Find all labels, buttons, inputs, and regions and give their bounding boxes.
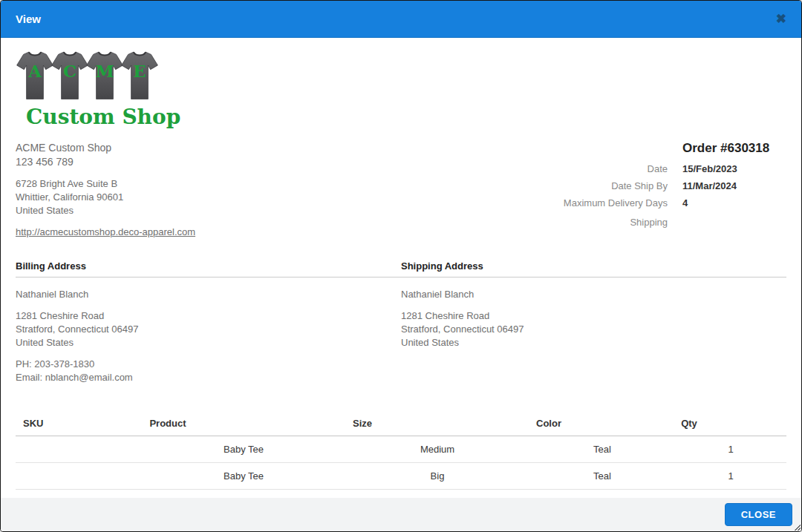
billing-phone: PH: 203-378-1830 [16,358,401,371]
dialog-body: A C M E Custom Shop [1,47,801,516]
address-line: United States [16,336,401,349]
column-header-color: Color [479,418,619,429]
view-dialog: View ✖ A C M [0,0,802,532]
billing-address: 1281 Cheshire Road Stratford, Connecticu… [16,309,401,349]
dialog-footer: CLOSE [1,498,801,531]
merchant-info: ACME Custom Shop 123 456 789 6728 Bright… [16,141,195,238]
close-icon[interactable]: ✖ [776,13,786,25]
shipping-name: Nathaniel Blanch [401,288,786,301]
cell-product: Baby Tee [116,444,371,455]
table-row: Baby Tee Big Teal 1 [16,463,786,490]
address-line: 1281 Cheshire Road [401,309,786,323]
order-field-label: Date [564,163,668,174]
column-header-qty: Qty [619,418,760,429]
shipping-address-heading: Shipping Address [401,260,786,272]
column-header-size: Size [246,418,479,429]
order-field-value: 11/Mar/2024 [682,180,786,191]
shipping-address-block: Nathaniel Blanch 1281 Cheshire Road Stra… [401,288,786,393]
merchant-address: 6728 Bright Ave Suite B Whittier, Califo… [16,177,195,217]
order-field-label: Date Ship By [564,180,668,191]
close-button[interactable]: CLOSE [725,503,792,526]
order-field-label: Shipping [564,217,668,228]
logo-letter: C [63,62,76,81]
cell-qty: 1 [701,470,760,482]
logo-letter: M [95,62,114,81]
cell-product: Baby Tee [116,470,371,482]
order-field-value: 4 [682,197,786,208]
order-summary: Order #630318 Date 15/Feb/2023 Date Ship… [564,141,786,238]
address-line: Whittier, California 90601 [16,191,195,204]
merchant-logo: A C M E Custom Shop [16,47,164,129]
column-header-product: Product [90,418,246,429]
resize-grip-icon[interactable] [794,524,801,531]
address-line: Stratford, Connecticut 06497 [401,323,786,336]
dialog-header: View ✖ [1,1,801,38]
merchant-phone: 123 456 789 [16,155,195,169]
address-section-header: Billing Address Shipping Address [16,260,786,278]
order-number-title: Order #630318 [682,141,786,156]
shipping-address: 1281 Cheshire Road Stratford, Connecticu… [401,309,786,349]
cell-size: Big [371,470,503,482]
merchant-name: ACME Custom Shop [16,141,195,155]
cell-color: Teal [503,470,701,482]
tshirt-icon: C [50,47,89,103]
merchant-website-link[interactable]: http://acmecustomshop.deco-apparel.com [16,226,195,237]
logo-caption: Custom Shop [26,105,164,129]
address-line: United States [16,204,195,217]
tshirts-icon: A C M E [16,47,164,103]
logo-letter: E [133,62,146,81]
column-header-sku: SKU [16,418,90,429]
address-line: 1281 Cheshire Road [16,309,401,323]
billing-address-heading: Billing Address [16,260,401,272]
cell-color: Teal [503,444,701,455]
address-line: Stratford, Connecticut 06497 [16,323,401,336]
order-field-value [682,214,786,226]
tshirt-icon: M [85,47,124,103]
address-line: United States [401,336,786,349]
order-field-label: Maximum Delivery Days [564,197,668,208]
tshirt-icon: E [120,47,159,103]
billing-contact: PH: 203-378-1830 Email: nblanch@email.co… [16,358,401,384]
logo-letter: A [27,62,42,81]
table-header-row: SKU Product Size Color Qty [16,412,786,436]
cell-qty: 1 [701,444,760,455]
billing-email: Email: nblanch@email.com [16,371,401,384]
table-row: Baby Tee Medium Teal 1 [16,436,786,463]
billing-name: Nathaniel Blanch [16,288,401,301]
address-line: 6728 Bright Ave Suite B [16,177,195,191]
order-field-value: 15/Feb/2023 [682,163,786,174]
tshirt-icon: A [16,47,54,103]
cell-size: Medium [371,444,503,455]
billing-address-block: Nathaniel Blanch 1281 Cheshire Road Stra… [16,288,401,393]
dialog-title: View [16,13,41,25]
